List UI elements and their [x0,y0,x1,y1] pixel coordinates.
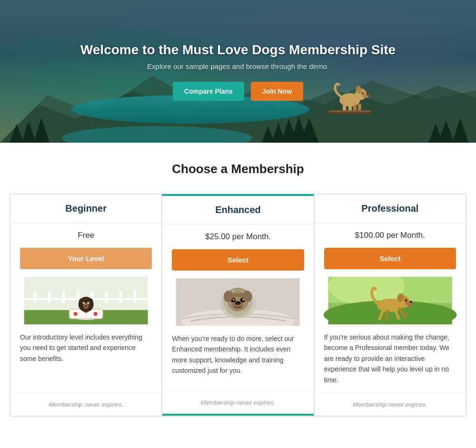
compare-plans-button[interactable]: Compare Plans [173,82,244,101]
svg-rect-25 [328,110,371,112]
svg-point-60 [235,301,241,305]
plan-footer-beginner: Membership never expires. [10,393,161,416]
plan-price-enhanced: $25.00 per Month. [162,224,313,249]
svg-rect-31 [62,291,65,303]
hero-content: Welcome to the Must Love Dogs Membership… [71,33,405,110]
plan-name-enhanced: Enhanced [215,205,261,215]
plan-description-professional: If you're serious about making the chang… [315,324,466,393]
main-content: Choose a Membership Beginner Free Your L… [0,143,476,436]
plan-card-professional: Professional $100.00 per Month. Select [314,194,466,416]
svg-rect-36 [134,291,137,303]
plan-price-value-beginner: Free [78,231,94,240]
plan-price-beginner: Free [10,223,161,248]
plan-price-professional: $100.00 per Month. [315,223,466,248]
section-title: Choose a Membership [10,162,466,176]
plan-button-area-professional: Select [315,248,466,277]
hero-title: Welcome to the Must Love Dogs Membership… [80,42,396,58]
plan-price-value-enhanced: $25.00 per Month. [205,232,271,241]
svg-point-49 [84,307,88,309]
svg-rect-30 [48,291,51,303]
svg-point-73 [405,299,406,300]
svg-rect-29 [34,291,37,303]
svg-point-75 [408,303,411,307]
plans-grid: Beginner Free Your Level [10,194,466,417]
plan-image-beginner [10,277,161,324]
plan-button-area-beginner: Your Level [10,248,161,277]
select-professional-button[interactable]: Select [324,248,456,269]
hero-subtitle: Explore our sample pages and browse thro… [80,62,396,70]
svg-point-41 [94,312,98,316]
svg-rect-35 [119,291,122,303]
svg-point-74 [410,301,412,303]
plan-card-enhanced: Enhanced $25.00 per Month. Select [162,194,314,416]
plan-image-enhanced [162,278,313,326]
svg-point-72 [405,299,407,302]
plan-header-professional: Professional [315,195,466,223]
hero-section: Welcome to the Must Love Dogs Membership… [0,0,476,143]
join-now-button[interactable]: Join Now [251,82,303,101]
plan-price-value-professional: $100.00 per Month. [355,231,425,240]
plan-button-area-enhanced: Select [162,249,313,278]
plan-description-beginner: Our introductory level includes everythi… [10,324,161,393]
svg-point-46 [83,302,85,304]
plan-name-professional: Professional [361,203,418,214]
svg-rect-67 [328,310,452,324]
plan-header-beginner: Beginner [10,195,161,223]
plan-footer-enhanced: Membership never expires. [162,391,313,416]
svg-point-57 [233,299,234,301]
select-enhanced-button[interactable]: Select [172,249,304,271]
plan-name-beginner: Beginner [65,203,107,214]
svg-point-39 [74,312,78,316]
plan-header-enhanced: Enhanced [162,196,313,224]
plan-description-enhanced: When you're ready to do more, select our… [162,326,313,391]
plan-card-beginner: Beginner Free Your Level [10,194,162,416]
hero-buttons: Compare Plans Join Now [80,82,396,101]
plan-footer-professional: Membership never expires. [315,393,466,416]
plan-image-professional [315,277,466,324]
svg-rect-34 [105,291,108,303]
your-level-button[interactable]: Your Level [20,248,152,269]
svg-point-47 [88,302,89,304]
